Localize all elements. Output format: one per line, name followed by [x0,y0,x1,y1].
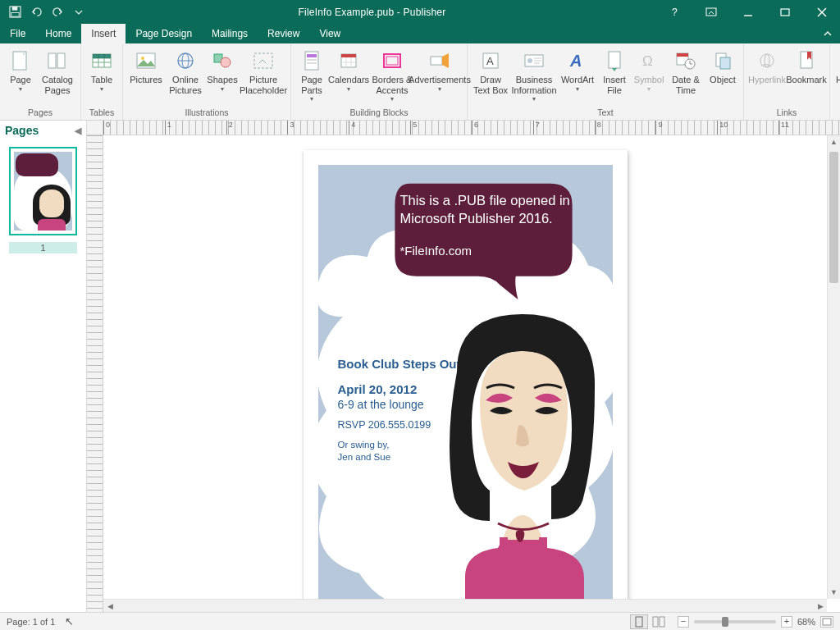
save-icon[interactable] [5,2,25,22]
speech-bubble: This is a .PUB file opened in Microsoft … [379,176,588,299]
publication-page[interactable]: This is a .PUB file opened in Microsoft … [304,150,628,599]
single-page-view-button[interactable] [630,614,648,629]
horizontal-ruler[interactable]: 0 1 2 3 4 5 6 7 8 9 10 11 [103,121,840,135]
page-parts-button[interactable]: Page Parts▾ [296,47,327,103]
zoom-out-button[interactable]: − [678,616,689,628]
pages-pane-collapse-icon[interactable]: ◀ [75,126,81,136]
ribbon: Page ▾ Catalog Pages Pages Table ▾ Table… [0,43,840,121]
svg-rect-11 [57,53,65,68]
redo-icon[interactable] [48,2,67,22]
page-icon [8,48,33,73]
scroll-left-icon[interactable]: ◀ [103,600,116,612]
svg-rect-17 [93,54,111,58]
svg-point-56 [765,54,769,67]
quick-access-toolbar [0,2,89,22]
symbol-button[interactable]: Ω Symbol▾ [633,47,664,93]
date-time-button[interactable]: Date & Time [668,47,704,95]
ribbon-group-header-footer: Header Footer # Page Number▾ Header & Fo… [830,43,840,120]
shapes-button[interactable]: Shapes ▾ [207,47,238,93]
tab-file[interactable]: File [0,24,35,43]
collapse-ribbon-icon[interactable] [815,24,840,43]
undo-icon[interactable] [26,2,46,22]
borders-accents-button[interactable]: Borders & Accents▾ [370,47,414,103]
document-canvas[interactable]: This is a .PUB file opened in Microsoft … [103,135,827,599]
scroll-up-icon[interactable]: ▲ [828,135,840,148]
svg-text:A: A [569,52,582,70]
business-information-icon [522,48,546,73]
svg-rect-36 [386,57,398,65]
svg-rect-65 [500,537,508,550]
object-button[interactable]: Object [707,47,738,85]
tab-view[interactable]: View [309,24,350,43]
zoom-slider-thumb[interactable] [722,617,728,627]
zoom-slider[interactable] [694,620,776,623]
page-thumbnail-label: 1 [9,242,77,253]
status-bar: Page: 1 of 1 ↖ − + 68% [0,612,840,630]
svg-text:A: A [486,55,494,67]
window-title: FileInfo Example.pub - Publisher [89,7,655,18]
page-button[interactable]: Page ▾ [5,47,36,93]
scroll-thumb-v[interactable] [829,152,838,283]
table-button[interactable]: Table ▾ [86,47,117,93]
svg-rect-49 [677,53,688,57]
picture-placeholder-button[interactable]: Picture Placeholder [241,47,285,95]
online-pictures-icon [173,48,198,73]
tab-review[interactable]: Review [258,24,309,43]
page-indicator[interactable]: Page: 1 of 1 [7,617,55,627]
tab-page-design[interactable]: Page Design [126,24,202,43]
pages-pane-title: Pages [5,124,39,137]
ribbon-group-building-blocks: Page Parts▾ Calendars▾ Borders & Accents… [291,43,468,120]
vertical-scrollbar[interactable]: ▲ ▼ [827,135,840,599]
close-button[interactable] [803,0,840,24]
ribbon-group-tables: Table ▾ Tables [81,43,123,120]
page-thumbnail-1[interactable] [9,147,77,235]
woman-illustration [408,306,613,599]
help-button[interactable]: ? [655,0,692,24]
minimize-button[interactable] [729,0,766,24]
ribbon-group-pages: Page ▾ Catalog Pages Pages [0,43,81,120]
svg-point-19 [141,57,144,60]
view-buttons [630,614,668,629]
vertical-ruler[interactable] [87,135,103,612]
scroll-right-icon[interactable]: ▶ [814,600,827,612]
zoom-in-button[interactable]: + [781,616,792,628]
scroll-down-icon[interactable]: ▼ [828,586,840,599]
insert-file-button[interactable]: Insert File [599,47,630,95]
ribbon-display-options[interactable] [692,0,729,24]
ribbon-group-illustrations: Pictures Online Pictures Shapes ▾ Pictur… [123,43,291,120]
qat-customize-icon[interactable] [69,2,89,22]
bubble-line2: Microsoft Publisher 2016. [400,209,572,227]
zoom-fit-icon[interactable] [820,616,833,628]
picture-placeholder-icon [251,48,276,73]
hyperlink-button[interactable]: Hyperlink [749,47,785,85]
two-page-view-button[interactable] [650,614,668,629]
header-button[interactable]: Header [835,47,840,85]
bubble-line1: This is a .PUB file opened in [400,191,572,209]
business-information-button[interactable]: Business Information▾ [512,47,556,103]
tab-mailings[interactable]: Mailings [202,24,258,43]
zoom-level[interactable]: 68% [797,617,815,627]
svg-rect-1 [11,7,17,11]
wordart-button[interactable]: A WordArt▾ [559,47,596,93]
pointer-icon: ↖ [65,615,74,628]
tab-insert[interactable]: Insert [81,24,126,43]
title-bar: FileInfo Example.pub - Publisher ? [0,0,840,24]
pictures-button[interactable]: Pictures [128,47,164,85]
horizontal-scrollbar[interactable]: ◀ ▶ [103,599,827,612]
advertisements-icon [427,48,452,73]
calendars-button[interactable]: Calendars▾ [331,47,367,93]
tab-home[interactable]: Home [35,24,81,43]
date-time-icon [673,48,698,73]
maximize-button[interactable] [766,0,803,24]
table-icon [89,48,114,73]
advertisements-button[interactable]: Advertisements▾ [418,47,462,93]
ribbon-group-links: Hyperlink Bookmark Links [744,43,830,120]
event-swing1: Or swing by, [338,440,390,450]
draw-text-box-button[interactable]: A Draw Text Box [472,47,509,95]
bookmark-button[interactable]: Bookmark [788,47,824,85]
bubble-site: *FileInfo.com [400,243,572,259]
catalog-pages-button[interactable]: Catalog Pages [39,47,75,95]
svg-rect-69 [660,617,664,627]
online-pictures-button[interactable]: Online Pictures [167,47,203,95]
svg-point-24 [221,57,231,67]
